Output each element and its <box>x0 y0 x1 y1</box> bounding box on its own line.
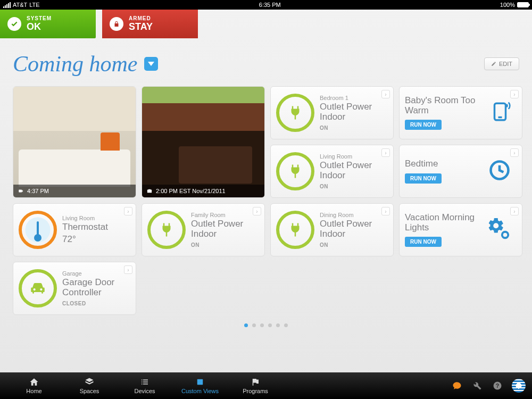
signal-bars-icon <box>3 2 11 8</box>
title-row: Coming home EDIT <box>0 38 532 82</box>
camera-icon <box>146 188 153 194</box>
pencil-icon <box>491 61 496 66</box>
chevron-icon[interactable] <box>510 90 519 98</box>
camera-tile-kitchen[interactable]: 2:00 PM EST Nov/21/2011 <box>142 86 265 198</box>
nav-label: Spaces <box>80 388 99 394</box>
chevron-icon[interactable] <box>510 207 519 215</box>
bottom-nav: Home Spaces Devices Custom Views Program… <box>0 372 532 399</box>
nav-spaces[interactable]: Spaces <box>62 374 117 397</box>
view-title: Coming home <box>13 51 158 77</box>
run-now-button[interactable]: RUN NOW <box>405 173 442 184</box>
thermostat-value: 72° <box>62 235 108 245</box>
armed-label: ARMED <box>129 15 153 21</box>
outlet-tile-dining-room[interactable]: Dining Room Outlet Power Indoor ON <box>270 203 394 256</box>
nav-home[interactable]: Home <box>6 374 62 397</box>
view-dropdown-button[interactable] <box>144 57 158 71</box>
home-icon <box>29 377 39 387</box>
chevron-icon[interactable] <box>124 207 132 215</box>
chevron-icon[interactable] <box>510 148 519 157</box>
nav-devices[interactable]: Devices <box>117 374 172 397</box>
chevron-icon[interactable] <box>381 207 390 215</box>
program-title: Vacation Morning Lights <box>405 213 481 232</box>
edit-label: EDIT <box>499 61 512 67</box>
tile-status: ON <box>320 125 388 131</box>
system-status-banner[interactable]: SYSTEM OK <box>0 10 96 38</box>
tile-room: Living Room <box>62 215 108 221</box>
thermostat-tile[interactable]: Living Room Thermostat 72° <box>13 203 136 256</box>
garage-tile[interactable]: Garage Garage Door Controller CLOSED <box>13 262 136 315</box>
clock: 6:35 PM <box>259 2 281 8</box>
battery-icon <box>517 2 529 7</box>
chevron-icon[interactable] <box>253 207 261 215</box>
list-icon <box>140 377 149 387</box>
tile-room: Bedroom 1 <box>320 95 388 101</box>
att-logo-icon <box>512 379 526 393</box>
tile-status: ON <box>320 184 388 189</box>
tile-room: Family Room <box>191 212 259 218</box>
battery-percentage: 100% <box>500 2 515 8</box>
thermometer-icon <box>19 211 57 249</box>
camera-caption: 4:37 PM <box>13 185 136 197</box>
svg-point-3 <box>502 232 509 238</box>
plug-icon <box>276 211 314 249</box>
program-title: Bedtime <box>405 159 442 169</box>
nav-custom-views[interactable]: Custom Views <box>172 374 228 397</box>
layers-icon <box>85 377 94 387</box>
plug-icon <box>147 211 186 249</box>
chat-icon[interactable] <box>451 380 463 392</box>
plug-icon <box>276 94 314 132</box>
tile-title: Outlet Power Indoor <box>191 219 259 239</box>
run-now-button[interactable]: RUN NOW <box>405 237 442 247</box>
tile-title: Thermostat <box>62 222 108 232</box>
outlet-tile-living-room[interactable]: Living Room Outlet Power Indoor ON <box>270 145 394 198</box>
help-icon[interactable]: ? <box>492 380 503 392</box>
system-status: OK <box>27 21 41 32</box>
chevron-icon[interactable] <box>381 148 390 157</box>
tile-status: ON <box>320 242 388 248</box>
tile-title: Outlet Power Indoor <box>320 219 388 239</box>
camera-caption: 2:00 PM EST Nov/21/2011 <box>142 185 264 197</box>
program-tile-vacation-lights[interactable]: Vacation Morning Lights RUN NOW <box>399 203 522 256</box>
tile-title: Outlet Power Indoor <box>320 161 388 180</box>
chevron-icon[interactable] <box>381 90 390 98</box>
nav-label: Programs <box>243 388 268 394</box>
gears-icon <box>487 217 511 243</box>
check-icon <box>7 17 21 31</box>
nav-label: Custom Views <box>181 388 219 394</box>
edit-button[interactable]: EDIT <box>484 57 519 70</box>
tile-room: Garage <box>62 270 130 277</box>
tile-room: Living Room <box>320 153 388 160</box>
program-tile-bedtime[interactable]: Bedtime RUN NOW <box>399 145 522 198</box>
wrench-icon[interactable] <box>471 380 483 392</box>
outlet-tile-bedroom1[interactable]: Bedroom 1 Outlet Power Indoor ON <box>270 86 394 139</box>
camera-tile-living-room[interactable]: 4:37 PM <box>13 86 136 198</box>
lock-icon <box>110 17 123 31</box>
tile-title: Outlet Power Indoor <box>320 102 388 122</box>
plug-icon <box>276 152 314 190</box>
view-icon <box>195 377 205 387</box>
status-banners: SYSTEM OK ARMED STAY <box>0 10 532 38</box>
program-tile-baby-room[interactable]: Baby's Room Too Warm RUN NOW <box>399 86 522 139</box>
svg-rect-4 <box>197 379 203 385</box>
armed-status: STAY <box>129 21 153 32</box>
phone-alert-icon <box>489 98 511 127</box>
run-now-button[interactable]: RUN NOW <box>405 120 442 130</box>
system-label: SYSTEM <box>27 15 52 21</box>
view-title-text: Coming home <box>13 51 138 77</box>
ipad-status-bar: AT&T LTE 6:35 PM 100% <box>0 0 532 10</box>
page-indicator[interactable] <box>0 315 532 332</box>
program-title: Baby's Room Too Warm <box>405 96 484 115</box>
video-icon <box>18 188 24 194</box>
armed-status-banner[interactable]: ARMED STAY <box>102 10 198 38</box>
flag-icon <box>251 377 260 387</box>
chevron-icon[interactable] <box>124 265 132 274</box>
svg-text:?: ? <box>496 383 499 389</box>
nav-programs[interactable]: Programs <box>228 374 283 397</box>
carrier-label: AT&T <box>13 2 27 8</box>
network-label: LTE <box>29 2 39 8</box>
tile-grid: 4:37 PM 2:00 PM EST Nov/21/2011 Bedroom … <box>0 82 532 315</box>
tile-room: Dining Room <box>320 212 388 218</box>
tile-title: Garage Door Controller <box>62 278 130 297</box>
camera-timestamp: 2:00 PM EST Nov/21/2011 <box>156 188 226 194</box>
outlet-tile-family-room[interactable]: Family Room Outlet Power Indoor ON <box>142 203 265 256</box>
